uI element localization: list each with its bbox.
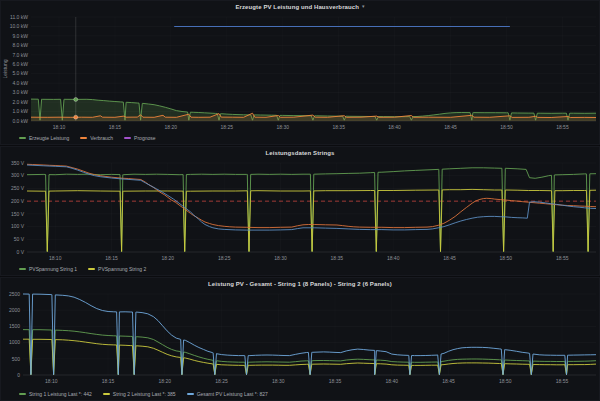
legend-swatch xyxy=(103,393,110,395)
legend-label: Gesamt PV Leistung Last *: 827 xyxy=(197,391,268,397)
legend: String 1 Leistung Last *: 442String 2 Le… xyxy=(19,389,268,399)
legend-label: Prognose xyxy=(134,135,155,141)
legend-swatch xyxy=(19,268,26,270)
svg-text:18:15: 18:15 xyxy=(102,378,115,384)
svg-text:150 V: 150 V xyxy=(11,211,25,217)
svg-text:11.0 kW: 11.0 kW xyxy=(10,14,28,20)
svg-text:9.0 kW: 9.0 kW xyxy=(12,33,28,39)
svg-text:18:30: 18:30 xyxy=(272,378,285,384)
legend-swatch xyxy=(88,268,95,270)
svg-text:18:30: 18:30 xyxy=(274,255,287,261)
legend-label: String 2 Leistung Last *: 385 xyxy=(113,391,176,397)
svg-text:300 V: 300 V xyxy=(11,172,25,178)
svg-text:350 V: 350 V xyxy=(11,160,25,166)
panel-title[interactable]: Leistung PV - Gesamt - String 1 (8 Panel… xyxy=(208,281,392,287)
svg-text:3.0 kW: 3.0 kW xyxy=(12,89,28,95)
svg-text:18:55: 18:55 xyxy=(556,124,569,130)
chart-pv-leistung-hausverbrauch[interactable]: 0.0 kW1.0 kW2.0 kW3.0 kW4.0 kW5.0 kW6.0 … xyxy=(1,12,600,134)
legend-item[interactable]: PVSpannung String 1 xyxy=(19,266,77,272)
svg-text:18:25: 18:25 xyxy=(221,124,234,130)
svg-text:18:50: 18:50 xyxy=(500,255,513,261)
legend-swatch xyxy=(19,137,26,139)
svg-text:7.0 kW: 7.0 kW xyxy=(12,52,28,58)
svg-text:0.0 kW: 0.0 kW xyxy=(12,118,28,124)
svg-text:0 V: 0 V xyxy=(16,249,24,255)
svg-text:18:30: 18:30 xyxy=(276,124,289,130)
svg-text:18:35: 18:35 xyxy=(331,255,344,261)
svg-text:18:10: 18:10 xyxy=(49,255,62,261)
svg-text:18:50: 18:50 xyxy=(500,124,513,130)
svg-text:8.0 kW: 8.0 kW xyxy=(12,42,28,48)
svg-text:18:55: 18:55 xyxy=(556,255,569,261)
series-gesamt-pv-leistung xyxy=(23,294,596,375)
svg-text:18:20: 18:20 xyxy=(159,378,172,384)
svg-text:200 V: 200 V xyxy=(11,198,25,204)
svg-text:18:40: 18:40 xyxy=(388,124,401,130)
legend-item[interactable]: Erzeugte Leistung xyxy=(19,135,69,141)
panel-header: Leistungsdaten Strings xyxy=(1,147,599,158)
svg-text:18:45: 18:45 xyxy=(444,124,457,130)
svg-text:2000: 2000 xyxy=(9,307,20,313)
svg-text:18:35: 18:35 xyxy=(329,378,342,384)
chart-string-leistungen[interactable]: 0500100015002000250018:1018:1518:2018:25… xyxy=(1,289,600,388)
legend-label: Verbrauch xyxy=(90,135,113,141)
panel-title[interactable]: Erzeugte PV Leistung und Hausverbrauch xyxy=(235,4,359,10)
panel-title[interactable]: Leistungsdaten Strings xyxy=(266,150,335,156)
series-pvspannung-string-2 xyxy=(27,189,596,251)
svg-text:18:45: 18:45 xyxy=(442,378,455,384)
svg-text:18:25: 18:25 xyxy=(218,255,231,261)
legend-swatch xyxy=(80,137,87,139)
legend-item[interactable]: Prognose xyxy=(124,135,155,141)
svg-text:18:45: 18:45 xyxy=(443,255,456,261)
legend-item[interactable]: String 2 Leistung Last *: 385 xyxy=(103,391,176,397)
panel-erzeugte-pv-leistung: Erzeugte PV Leistung und Hausverbrauch ▾… xyxy=(0,0,600,145)
svg-text:2.0 kW: 2.0 kW xyxy=(12,99,28,105)
svg-text:18:20: 18:20 xyxy=(162,255,175,261)
svg-text:18:15: 18:15 xyxy=(105,255,118,261)
svg-text:18:15: 18:15 xyxy=(109,124,122,130)
svg-text:18:35: 18:35 xyxy=(332,124,345,130)
legend-label: Erzeugte Leistung xyxy=(29,135,69,141)
svg-text:250 V: 250 V xyxy=(11,185,25,191)
legend-item[interactable]: String 1 Leistung Last *: 442 xyxy=(19,391,92,397)
svg-text:5.0 kW: 5.0 kW xyxy=(12,70,28,76)
panel-header: Erzeugte PV Leistung und Hausverbrauch ▾ xyxy=(1,1,599,12)
chart-string-spannungen[interactable]: 0 V50 V100 V150 V200 V250 V300 V350 V18:… xyxy=(1,158,600,265)
svg-text:1000: 1000 xyxy=(9,339,20,345)
chevron-down-icon[interactable]: ▾ xyxy=(362,4,365,9)
svg-text:18:40: 18:40 xyxy=(386,378,399,384)
svg-text:2500: 2500 xyxy=(9,291,20,297)
svg-text:18:10: 18:10 xyxy=(53,124,66,130)
svg-text:100 V: 100 V xyxy=(11,223,25,229)
legend-swatch xyxy=(19,393,26,395)
grafana-dashboard: Erzeugte PV Leistung und Hausverbrauch ▾… xyxy=(0,0,600,401)
svg-text:0: 0 xyxy=(17,372,20,378)
legend-item[interactable]: Gesamt PV Leistung Last *: 827 xyxy=(187,391,268,397)
legend-swatch xyxy=(124,137,131,139)
legend-label: PVSpannung String 1 xyxy=(29,266,77,272)
legend-label: PVSpannung String 2 xyxy=(98,266,146,272)
svg-text:18:25: 18:25 xyxy=(215,378,228,384)
svg-text:18:55: 18:55 xyxy=(556,378,569,384)
legend-item[interactable]: PVSpannung String 2 xyxy=(88,266,146,272)
svg-text:18:10: 18:10 xyxy=(45,378,58,384)
hover-point-marker xyxy=(74,115,78,119)
svg-text:6.0 kW: 6.0 kW xyxy=(12,61,28,67)
svg-text:4.0 kW: 4.0 kW xyxy=(12,80,28,86)
legend-swatch xyxy=(187,393,194,395)
svg-text:500: 500 xyxy=(12,356,21,362)
legend: PVSpannung String 1PVSpannung String 2 xyxy=(19,264,146,274)
legend: Erzeugte LeistungVerbrauchPrognose xyxy=(19,133,156,143)
panel-header: Leistung PV - Gesamt - String 1 (8 Panel… xyxy=(1,278,599,289)
svg-text:18:50: 18:50 xyxy=(499,378,512,384)
svg-text:18:40: 18:40 xyxy=(387,255,400,261)
svg-text:18:20: 18:20 xyxy=(165,124,178,130)
panel-leistungsdaten-strings: Leistungsdaten Strings 0 V50 V100 V150 V… xyxy=(0,146,600,276)
legend-label: String 1 Leistung Last *: 442 xyxy=(29,391,92,397)
svg-text:1.0 kW: 1.0 kW xyxy=(12,108,28,114)
legend-item[interactable]: Verbrauch xyxy=(80,135,113,141)
svg-text:10.0 kW: 10.0 kW xyxy=(10,23,29,29)
svg-text:50 V: 50 V xyxy=(14,236,25,242)
panel-leistung-pv-strings: Leistung PV - Gesamt - String 1 (8 Panel… xyxy=(0,277,600,401)
y-axis-label: Leistung xyxy=(2,59,8,78)
